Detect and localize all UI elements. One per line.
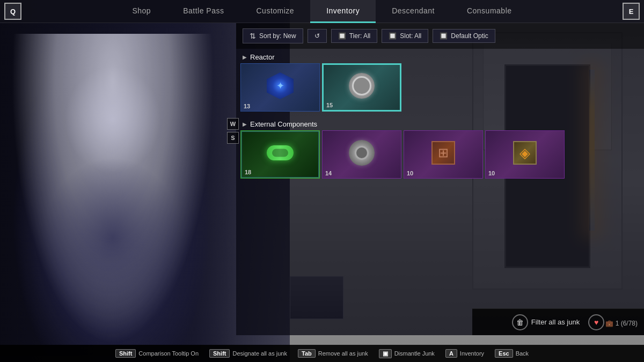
sort-label: Sort by: New <box>259 32 296 40</box>
hotkey-remove: Tab Remove all as junk <box>298 349 368 358</box>
counter-value: 1 (6/78) <box>616 320 638 327</box>
q-key-btn[interactable]: Q <box>4 3 21 20</box>
item-icon-ext-2 <box>346 137 378 169</box>
hotkey-comparison-label: Comparison Tooltip On <box>138 350 199 357</box>
item-ext-3[interactable]: 10 <box>404 130 483 179</box>
sort-btn[interactable]: ⇅ Sort by: New <box>243 28 303 43</box>
hotkey-designate: Shift Designate all as junk <box>209 349 287 358</box>
item-ext-1[interactable]: 18 <box>240 130 320 179</box>
items-container[interactable]: Reactor 13 15 External Components <box>236 49 644 313</box>
shift-key-1: Shift <box>115 349 136 358</box>
tier-label: Tier: All <box>349 32 371 40</box>
trash-icon: 🗑 <box>512 314 528 330</box>
item-level-ext-3: 10 <box>407 170 413 176</box>
hotkey-dismantle: ▣ Dismantle Junk <box>379 349 435 358</box>
tab-key: Tab <box>298 349 316 358</box>
hotkey-dismantle-label: Dismantle Junk <box>394 350 435 357</box>
ws-navigation: W S <box>227 118 239 144</box>
hotkey-inventory: A Inventory <box>445 349 484 358</box>
item-level-ext-1: 18 <box>245 169 251 175</box>
reload-btn[interactable]: ↺ <box>308 29 327 43</box>
item-level-2: 15 <box>326 102 333 108</box>
slot-icon: 🔲 <box>389 32 397 40</box>
item-level-1: 13 <box>244 103 250 109</box>
nav-bar: Q Shop Battle Pass Customize Inventory D… <box>0 0 644 23</box>
ext-shape-4 <box>513 141 537 165</box>
bag-icon: 💼 <box>605 320 613 327</box>
item-icon-ext-4 <box>509 137 541 169</box>
nav-items: Shop Battle Pass Customize Inventory Des… <box>26 0 618 23</box>
item-icon-ext-1 <box>264 137 296 169</box>
hotkey-designate-label: Designate all as junk <box>232 350 287 357</box>
ext-shape-2 <box>349 140 375 166</box>
hotkey-remove-label: Remove all as junk <box>318 350 368 357</box>
esc-key: Esc <box>495 349 513 358</box>
item-reactor-1[interactable]: 13 <box>240 63 320 112</box>
reactor-items-grid: 13 15 <box>240 63 640 116</box>
item-icon-reactor-1 <box>264 70 296 102</box>
e-key-btn[interactable]: E <box>623 3 640 20</box>
filter-junk-action[interactable]: 🗑 Filter all as junk <box>512 314 580 330</box>
sort-icon: ⇅ <box>250 32 256 40</box>
nav-shop[interactable]: Shop <box>116 0 167 23</box>
optic-btn[interactable]: 🔲 Default Optic <box>433 29 495 43</box>
item-counter: 💼 1 (6/78) <box>605 320 638 327</box>
item-ext-2[interactable]: 14 <box>322 130 401 179</box>
hotkey-comparison: Shift Comparison Tooltip On <box>115 349 199 358</box>
ext-shape-1 <box>267 145 294 160</box>
hotkey-back-label: Back <box>516 350 529 357</box>
item-level-ext-4: 10 <box>488 170 495 176</box>
a-key: A <box>445 349 457 358</box>
category-reactor: Reactor <box>240 49 640 63</box>
dismantle-key: ▣ <box>379 349 392 358</box>
item-ext-4[interactable]: 10 <box>485 130 565 179</box>
tier-btn[interactable]: 🔲 Tier: All <box>331 29 378 43</box>
favorite-btn[interactable]: ♥ <box>588 314 604 330</box>
hotkey-back: Esc Back <box>495 349 529 358</box>
slot-btn[interactable]: 🔲 Slot: All <box>382 29 428 43</box>
nav-customize[interactable]: Customize <box>240 0 310 23</box>
filter-junk-label: Filter all as junk <box>531 318 580 326</box>
nav-inventory[interactable]: Inventory <box>310 0 376 23</box>
character-body <box>43 157 182 318</box>
reload-icon: ↺ <box>314 32 320 40</box>
shift-key-2: Shift <box>209 349 230 358</box>
item-icon-reactor-2 <box>346 70 378 102</box>
s-key[interactable]: S <box>227 132 239 144</box>
reactor-shape-1 <box>267 72 294 99</box>
item-reactor-2[interactable]: 15 <box>322 63 401 112</box>
ext-items-grid: 18 14 10 <box>240 130 640 183</box>
w-key[interactable]: W <box>227 118 239 130</box>
category-ext: External Components <box>240 116 640 130</box>
optic-label: Default Optic <box>451 32 488 40</box>
item-icon-ext-3 <box>427 137 459 169</box>
nav-consumable[interactable]: Consumable <box>451 0 528 23</box>
optic-icon: 🔲 <box>440 32 448 40</box>
character-area <box>0 23 236 356</box>
item-level-ext-2: 14 <box>325 170 332 176</box>
slot-label: Slot: All <box>400 32 421 40</box>
ext-shape-3 <box>431 141 455 165</box>
reactor-shape-2 <box>349 73 375 99</box>
nav-descendant[interactable]: Descendant <box>376 0 451 23</box>
nav-battlepass[interactable]: Battle Pass <box>167 0 240 23</box>
bottom-action-bar: 🗑 Filter all as junk ♥ 💼 1 (6/78) <box>472 308 644 335</box>
toolbar: ⇅ Sort by: New ↺ 🔲 Tier: All 🔲 Slot: All… <box>236 23 644 49</box>
footer-hotkeys: Shift Comparison Tooltip On Shift Design… <box>0 345 644 362</box>
inventory-panel: ⇅ Sort by: New ↺ 🔲 Tier: All 🔲 Slot: All… <box>236 23 644 335</box>
tier-icon: 🔲 <box>338 32 346 40</box>
hotkey-inventory-label: Inventory <box>460 350 484 357</box>
